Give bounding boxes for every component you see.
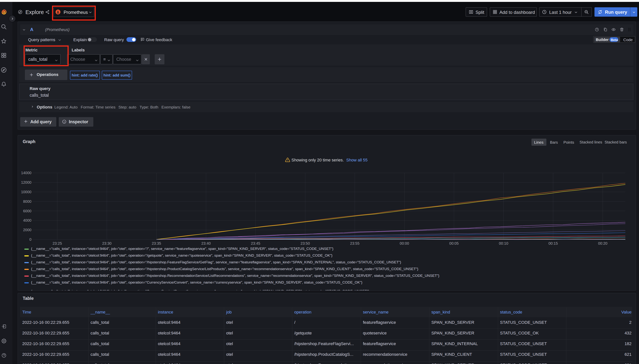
svg-text:23:50: 23:50 [300,241,310,246]
svg-text:4000: 4000 [23,218,32,222]
svg-text:00:10: 00:10 [499,241,508,246]
svg-text:00:15: 00:15 [548,241,558,246]
svg-text:12000: 12000 [21,180,32,184]
svg-text:23:55: 23:55 [350,241,360,246]
svg-text:23:40: 23:40 [201,241,211,246]
svg-text:23:30: 23:30 [102,241,112,246]
svg-text:10000: 10000 [21,190,32,194]
svg-text:00:00: 00:00 [400,241,409,246]
svg-text:00:20: 00:20 [598,241,608,246]
svg-text:23:45: 23:45 [251,241,260,246]
svg-text:14000: 14000 [21,171,32,175]
svg-text:2000: 2000 [23,228,32,232]
svg-text:6000: 6000 [23,209,32,213]
svg-text:00:05: 00:05 [449,241,459,246]
svg-text:8000: 8000 [23,200,32,204]
svg-text:0: 0 [29,237,32,242]
svg-text:23:25: 23:25 [52,241,62,246]
svg-text:23:35: 23:35 [152,241,161,246]
